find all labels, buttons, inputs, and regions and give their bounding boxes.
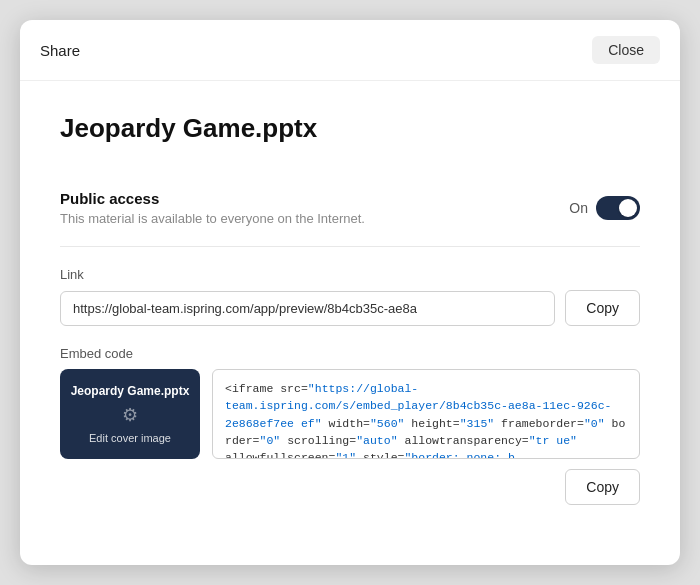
embed-label: Embed code xyxy=(60,346,640,361)
public-access-label: Public access xyxy=(60,190,365,207)
toggle-container[interactable]: On xyxy=(569,196,640,220)
link-copy-button[interactable]: Copy xyxy=(565,290,640,326)
embed-code-box[interactable]: <iframe src="https://global-team.ispring… xyxy=(212,369,640,459)
gear-icon: ⚙ xyxy=(122,404,138,426)
embed-preview[interactable]: Jeopardy Game.pptx ⚙ Edit cover image xyxy=(60,369,200,459)
embed-copy-button[interactable]: Copy xyxy=(565,469,640,505)
close-button[interactable]: Close xyxy=(592,36,660,64)
embed-content-row: Jeopardy Game.pptx ⚙ Edit cover image <i… xyxy=(60,369,640,459)
link-section: Link Copy xyxy=(60,267,640,326)
modal-body: Jeopardy Game.pptx Public access This ma… xyxy=(20,81,680,565)
edit-cover-label: Edit cover image xyxy=(89,432,171,444)
file-title: Jeopardy Game.pptx xyxy=(60,113,640,144)
public-access-description: This material is available to everyone o… xyxy=(60,211,365,226)
public-access-text: Public access This material is available… xyxy=(60,190,365,226)
public-access-toggle[interactable] xyxy=(596,196,640,220)
embed-section: Embed code Jeopardy Game.pptx ⚙ Edit cov… xyxy=(60,346,640,505)
modal-header: Share Close xyxy=(20,20,680,81)
toggle-on-label: On xyxy=(569,200,588,216)
public-access-section: Public access This material is available… xyxy=(60,172,640,247)
toggle-knob xyxy=(619,199,637,217)
link-input-row: Copy xyxy=(60,290,640,326)
link-label: Link xyxy=(60,267,640,282)
embed-preview-title: Jeopardy Game.pptx xyxy=(63,384,198,398)
modal-title: Share xyxy=(40,42,80,59)
modal: Share Close Jeopardy Game.pptx Public ac… xyxy=(20,20,680,565)
embed-copy-row: Copy xyxy=(60,469,640,505)
link-input[interactable] xyxy=(60,291,555,326)
